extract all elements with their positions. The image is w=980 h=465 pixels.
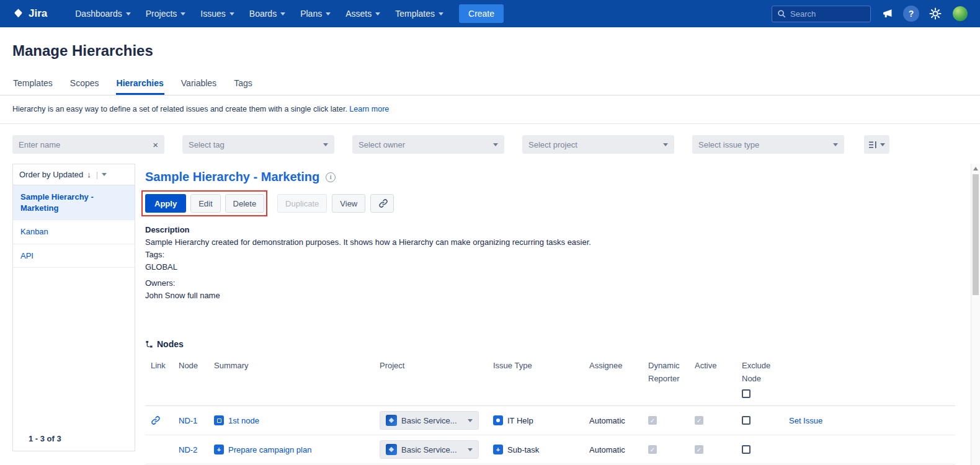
pagination-range: 1 - 3 of 3 xyxy=(13,428,135,451)
nav-item-projects[interactable]: Projects xyxy=(139,0,193,27)
duplicate-button: Duplicate xyxy=(277,194,327,213)
active-checkbox: ✓ xyxy=(695,445,703,454)
apply-button[interactable]: Apply xyxy=(145,194,186,213)
nav-item-label: Plans xyxy=(300,9,322,19)
chevron-down-icon xyxy=(126,12,131,16)
chevron-down-icon xyxy=(326,12,331,16)
project-select[interactable]: Basic Service... xyxy=(380,411,479,430)
edit-button[interactable]: Edit xyxy=(190,194,220,213)
column-header-active: Active xyxy=(695,359,742,372)
order-by-control[interactable]: Order by Updated ↓ | xyxy=(13,164,135,185)
learn-more-link[interactable]: Learn more xyxy=(349,105,389,113)
summary-link[interactable]: Prepare campaign plan xyxy=(228,445,311,454)
global-search[interactable] xyxy=(772,6,871,22)
nav-item-label: Boards xyxy=(249,9,277,19)
name-filter-input[interactable] xyxy=(19,140,143,149)
tab-scopes[interactable]: Scopes xyxy=(69,74,100,95)
create-button[interactable]: Create xyxy=(459,4,504,23)
nav-item-dashboards[interactable]: Dashboards xyxy=(68,0,138,27)
view-layout-toggle[interactable] xyxy=(864,135,889,154)
delete-button[interactable]: Delete xyxy=(225,194,265,213)
nav-item-assets[interactable]: Assets xyxy=(339,0,387,27)
chevron-down-icon xyxy=(439,12,443,16)
nav-item-templates[interactable]: Templates xyxy=(388,0,450,27)
intro-text: Hierarchy is an easy way to define a set… xyxy=(0,95,980,124)
nav-item-label: Issues xyxy=(200,9,225,19)
sort-direction-arrow-icon[interactable]: ↓ xyxy=(87,170,91,179)
assignee-value: Automatic xyxy=(589,416,648,425)
owner-filter-select[interactable]: Select owner xyxy=(352,135,504,154)
copy-link-button[interactable] xyxy=(370,194,394,213)
filter-bar: × Select tag Select owner Select project… xyxy=(0,124,980,154)
column-header-exclude-node: Exclude Node xyxy=(742,359,789,398)
nodes-table-header: Link Node Summary Project Issue Type Ass… xyxy=(145,359,955,406)
tab-tags[interactable]: Tags xyxy=(233,74,253,95)
node-key-link[interactable]: ND-1 xyxy=(179,416,197,425)
exclude-node-checkbox[interactable] xyxy=(742,445,751,454)
project-select[interactable]: Basic Service... xyxy=(380,440,479,459)
tab-templates[interactable]: Templates xyxy=(12,74,53,95)
nav-menu: Dashboards Projects Issues Boards Plans … xyxy=(68,0,450,27)
divider: | xyxy=(96,170,98,179)
hierarchy-list-item-api[interactable]: API xyxy=(13,244,135,268)
link-icon xyxy=(378,198,388,208)
tab-variables[interactable]: Variables xyxy=(180,74,217,95)
search-icon xyxy=(777,9,786,18)
exclude-node-checkbox[interactable] xyxy=(742,416,751,425)
nav-item-boards[interactable]: Boards xyxy=(243,0,292,27)
set-issue-link[interactable]: Set Issue xyxy=(789,416,822,425)
name-filter[interactable]: × xyxy=(12,135,164,154)
chevron-down-icon xyxy=(323,143,328,146)
tags-value: GLOBAL xyxy=(145,261,955,273)
project-select-value: Basic Service... xyxy=(401,445,457,454)
jira-logo[interactable]: Jira xyxy=(12,7,47,20)
node-key-link[interactable]: ND-2 xyxy=(179,445,197,454)
project-filter-placeholder: Select project xyxy=(528,140,577,149)
description-label: Description xyxy=(145,224,955,236)
nav-item-issues[interactable]: Issues xyxy=(194,0,241,27)
announcement-icon[interactable] xyxy=(881,7,893,20)
search-input[interactable] xyxy=(790,9,858,19)
tag-filter-select[interactable]: Select tag xyxy=(182,135,334,154)
tab-hierarchies[interactable]: Hierarchies xyxy=(116,74,164,95)
nav-item-label: Assets xyxy=(345,9,372,19)
scrollbar-thumb[interactable] xyxy=(973,174,979,295)
content-area: Order by Updated ↓ | Sample Hierarchy - … xyxy=(0,154,980,464)
hierarchy-list-item-kanban[interactable]: Kanban xyxy=(13,220,135,244)
jira-logo-icon xyxy=(12,8,24,20)
chevron-down-icon xyxy=(493,143,498,146)
hierarchy-list-panel: Order by Updated ↓ | Sample Hierarchy - … xyxy=(12,164,135,451)
settings-gear-icon[interactable] xyxy=(929,7,942,20)
nodes-heading-label: Nodes xyxy=(157,339,184,349)
hierarchy-detail: Sample Hierarchy - Marketing i Apply Edi… xyxy=(135,164,980,464)
link-icon[interactable] xyxy=(151,415,161,425)
help-icon[interactable]: ? xyxy=(903,6,919,22)
hierarchy-title: Sample Hierarchy - Marketing xyxy=(145,170,319,184)
brand-label: Jira xyxy=(29,7,47,20)
hierarchy-list-item-sample-marketing[interactable]: Sample Hierarchy - Marketing xyxy=(13,185,135,220)
owners-value: John Snow full name xyxy=(145,290,955,302)
active-checkbox: ✓ xyxy=(695,416,703,425)
user-avatar[interactable] xyxy=(951,5,969,22)
nav-item-plans[interactable]: Plans xyxy=(293,0,337,27)
exclude-all-checkbox[interactable] xyxy=(742,389,751,398)
description-text: Sample Hierarchy created for demonstrati… xyxy=(145,236,955,249)
project-filter-select[interactable]: Select project xyxy=(522,135,674,154)
view-button[interactable]: View xyxy=(332,194,365,213)
chevron-down-icon[interactable] xyxy=(102,173,107,176)
clear-icon[interactable]: × xyxy=(153,140,158,149)
page-tabs: Templates Scopes Hierarchies Variables T… xyxy=(0,74,980,95)
issue-type-icon xyxy=(493,415,503,425)
tags-label: Tags: xyxy=(145,249,955,261)
vertical-scrollbar[interactable] xyxy=(971,164,980,465)
chevron-down-icon xyxy=(468,419,473,422)
column-header-dynamic-reporter: Dynamic Reporter xyxy=(648,359,695,385)
hierarchy-icon xyxy=(145,340,153,348)
chevron-down-icon xyxy=(663,143,668,146)
column-header-node: Node xyxy=(179,359,214,372)
info-icon[interactable]: i xyxy=(326,172,336,182)
issue-type-filter-select[interactable]: Select issue type xyxy=(692,135,844,154)
summary-link[interactable]: 1st node xyxy=(228,416,259,425)
scrollbar-up-arrow-icon[interactable] xyxy=(973,167,978,170)
nav-item-label: Projects xyxy=(146,9,177,19)
